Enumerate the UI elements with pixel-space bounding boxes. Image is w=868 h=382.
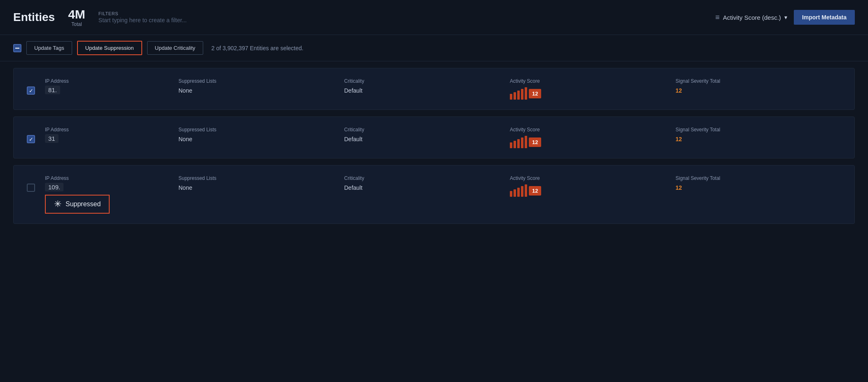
- entity-value-1: 81.: [45, 86, 60, 94]
- suppressed-lists-col-1: Suppressed Lists None: [178, 78, 344, 100]
- criticality-header-1: Criticality: [344, 78, 510, 84]
- update-suppression-button[interactable]: Update Suppression: [77, 41, 142, 55]
- suppressed-label: Suppressed: [66, 200, 101, 208]
- entity-type-label-3: IP Address: [45, 175, 169, 181]
- table-row: IP Address 31 Suppressed Lists None Crit…: [13, 116, 855, 158]
- activity-display-3: 12: [510, 184, 676, 197]
- suppressed-lists-value-3: None: [178, 184, 344, 191]
- bar-1: [510, 142, 512, 148]
- signal-severity-value-2: 12: [676, 136, 841, 142]
- entity-type-label-2: IP Address: [45, 127, 169, 133]
- bar-4: [521, 186, 523, 197]
- suppressed-lists-value-1: None: [178, 87, 344, 94]
- entity-main-3: IP Address 109. ✳ Suppressed: [45, 175, 169, 214]
- criticality-col-2: Criticality Default: [344, 127, 510, 148]
- entity-checkbox-3[interactable]: [27, 184, 35, 192]
- entity-checkbox-2[interactable]: [27, 135, 35, 143]
- suppressed-icon: ✳: [54, 199, 61, 210]
- filters-section: FILTERS Start typing here to create a fi…: [99, 11, 702, 23]
- bar-1: [510, 191, 512, 197]
- score-badge-3: 12: [529, 186, 541, 196]
- activity-score-header-2: Activity Score: [510, 127, 676, 133]
- criticality-value-1: Default: [344, 87, 510, 94]
- entity-value-2: 31: [45, 134, 59, 143]
- chevron-down-icon: ▾: [784, 14, 787, 21]
- criticality-value-2: Default: [344, 136, 510, 142]
- bar-4: [521, 137, 523, 148]
- update-criticality-button[interactable]: Update Criticality: [147, 41, 203, 55]
- bar-group-1: [510, 87, 527, 100]
- bar-2: [514, 141, 516, 148]
- criticality-header-3: Criticality: [344, 175, 510, 181]
- page-title: Entities: [13, 11, 55, 24]
- activity-score-col-1: Activity Score 12: [510, 78, 676, 100]
- selection-count-text: 2 of 3,902,397 Entities are selected.: [211, 45, 303, 51]
- score-badge-2: 12: [529, 137, 541, 147]
- suppressed-lists-header-2: Suppressed Lists: [178, 127, 344, 133]
- entity-checkbox-1[interactable]: [27, 86, 35, 95]
- table-row: IP Address 109. ✳ Suppressed Suppressed …: [13, 165, 855, 224]
- select-all-checkbox[interactable]: [13, 44, 21, 52]
- bar-5: [525, 136, 527, 148]
- entity-columns-1: Suppressed Lists None Criticality Defaul…: [178, 78, 841, 100]
- signal-severity-col-3: Signal Severity Total 12: [676, 175, 841, 197]
- entity-type-label-1: IP Address: [45, 78, 169, 84]
- bar-2: [514, 189, 516, 197]
- import-metadata-button[interactable]: Import Metadata: [794, 10, 855, 25]
- bar-5: [525, 184, 527, 197]
- update-tags-button[interactable]: Update Tags: [26, 41, 72, 55]
- suppressed-lists-col-3: Suppressed Lists None: [178, 175, 344, 197]
- entity-columns-2: Suppressed Lists None Criticality Defaul…: [178, 127, 841, 148]
- entity-main-1: IP Address 81.: [45, 78, 169, 94]
- entity-main-2: IP Address 31: [45, 127, 169, 143]
- activity-score-col-3: Activity Score 12: [510, 175, 676, 197]
- criticality-header-2: Criticality: [344, 127, 510, 133]
- bar-3: [517, 188, 520, 197]
- signal-severity-value-1: 12: [676, 87, 841, 94]
- bar-group-2: [510, 136, 527, 148]
- criticality-value-3: Default: [344, 184, 510, 191]
- signal-severity-header-3: Signal Severity Total: [676, 175, 841, 181]
- header-right: ≡ Activity Score (desc.) ▾ Import Metada…: [715, 10, 855, 25]
- sort-control[interactable]: ≡ Activity Score (desc.) ▾: [715, 13, 787, 22]
- signal-severity-header-1: Signal Severity Total: [676, 78, 841, 84]
- bar-3: [517, 139, 520, 148]
- criticality-col-3: Criticality Default: [344, 175, 510, 197]
- suppressed-lists-value-2: None: [178, 136, 344, 142]
- activity-display-2: 12: [510, 136, 676, 148]
- bar-1: [510, 94, 512, 100]
- suppressed-lists-header-1: Suppressed Lists: [178, 78, 344, 84]
- entity-value-3: 109.: [45, 183, 63, 191]
- signal-severity-col-1: Signal Severity Total 12: [676, 78, 841, 100]
- bar-3: [517, 91, 520, 100]
- toolbar: Update Tags Update Suppression Update Cr…: [0, 35, 868, 61]
- entities-list: IP Address 81. Suppressed Lists None Cri…: [0, 61, 868, 237]
- signal-severity-value-3: 12: [676, 184, 841, 191]
- suppressed-badge: ✳ Suppressed: [45, 195, 110, 214]
- sort-icon: ≡: [715, 13, 720, 22]
- sort-label: Activity Score (desc.): [723, 14, 781, 21]
- table-row: IP Address 81. Suppressed Lists None Cri…: [13, 68, 855, 110]
- total-count: 4M: [68, 7, 85, 21]
- total-count-block: 4M Total: [68, 7, 85, 27]
- activity-score-col-2: Activity Score 12: [510, 127, 676, 148]
- score-badge-1: 12: [529, 89, 541, 98]
- total-label: Total: [71, 21, 82, 27]
- activity-score-header-3: Activity Score: [510, 175, 676, 181]
- bar-2: [514, 92, 516, 100]
- signal-severity-header-2: Signal Severity Total: [676, 127, 841, 133]
- bar-5: [525, 87, 527, 100]
- suppressed-lists-header-3: Suppressed Lists: [178, 175, 344, 181]
- activity-display-1: 12: [510, 87, 676, 100]
- activity-score-header-1: Activity Score: [510, 78, 676, 84]
- page-header: Entities 4M Total FILTERS Start typing h…: [0, 0, 868, 35]
- bar-4: [521, 89, 523, 100]
- entity-columns-3: Suppressed Lists None Criticality Defaul…: [178, 175, 841, 197]
- bar-group-3: [510, 184, 527, 197]
- filters-input-placeholder[interactable]: Start typing here to create a filter...: [99, 17, 702, 23]
- suppressed-lists-col-2: Suppressed Lists None: [178, 127, 344, 148]
- criticality-col-1: Criticality Default: [344, 78, 510, 100]
- filters-label: FILTERS: [99, 11, 702, 16]
- signal-severity-col-2: Signal Severity Total 12: [676, 127, 841, 148]
